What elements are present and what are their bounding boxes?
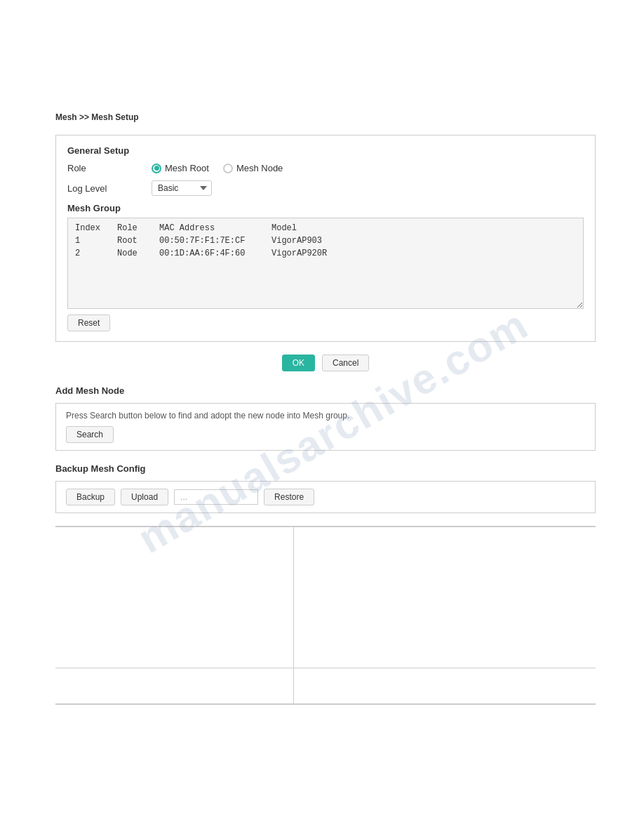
action-row: OK Cancel <box>55 355 596 371</box>
mesh-table-header-row: Index Role MAC Address Model <box>74 223 577 234</box>
log-level-label: Log Level <box>67 183 152 194</box>
radio-label-mesh-node: Mesh Node <box>236 163 283 173</box>
radio-mesh-node[interactable]: Mesh Node <box>223 163 283 173</box>
backup-mesh-config-title: Backup Mesh Config <box>55 463 596 474</box>
bottom-small-left <box>55 668 294 703</box>
bottom-table-section <box>55 526 596 705</box>
add-mesh-node-title: Add Mesh Node <box>55 385 596 396</box>
cancel-button[interactable]: Cancel <box>322 355 369 371</box>
col-index: Index <box>74 223 116 234</box>
log-level-select[interactable]: Basic Advanced <box>152 180 212 196</box>
ok-button[interactable]: OK <box>282 355 315 371</box>
add-mesh-node-card: Press Search button below to find and ad… <box>55 403 596 451</box>
role-label: Role <box>67 163 152 173</box>
backup-mesh-config-card: Backup Upload ... Restore <box>55 481 596 513</box>
bottom-small-right <box>294 668 596 703</box>
reset-area: Reset <box>67 315 584 331</box>
general-setup-title: General Setup <box>67 145 584 156</box>
table-row: 1 Root 00:50:7F:F1:7E:CF VigorAP903 <box>74 235 577 246</box>
general-setup-card: General Setup Role Mesh Root Mesh Node <box>55 135 596 342</box>
mesh-group-table: Index Role MAC Address Model 1 Root 00:5… <box>67 218 584 309</box>
upload-button[interactable]: Upload <box>121 489 168 505</box>
role-row: Role Mesh Root Mesh Node <box>67 163 584 173</box>
col-mac: MAC Address <box>158 223 270 234</box>
restore-button[interactable]: Restore <box>264 489 314 505</box>
row2-role: Node <box>116 248 158 259</box>
row2-index: 2 <box>74 248 116 259</box>
table-row: 2 Node 00:1D:AA:6F:4F:60 VigorAP920R <box>74 248 577 259</box>
bottom-right-col <box>294 527 596 668</box>
log-level-row: Log Level Basic Advanced <box>67 180 584 196</box>
row2-model: VigorAP920R <box>270 248 354 259</box>
row1-role: Root <box>116 235 158 246</box>
row1-model: VigorAP903 <box>270 235 354 246</box>
file-input-display[interactable]: ... <box>174 489 258 505</box>
add-mesh-description: Press Search button below to find and ad… <box>66 411 585 421</box>
radio-circle-mesh-node <box>223 164 233 173</box>
search-button[interactable]: Search <box>66 426 114 443</box>
bottom-table-grid <box>55 527 596 668</box>
row1-index: 1 <box>74 235 116 246</box>
mesh-group-title: Mesh Group <box>67 203 584 213</box>
col-model: Model <box>270 223 354 234</box>
row1-mac: 00:50:7F:F1:7E:CF <box>158 235 270 246</box>
breadcrumb: Mesh >> Mesh Setup <box>55 112 596 122</box>
bottom-left-col <box>55 527 294 668</box>
radio-circle-mesh-root <box>152 164 161 173</box>
role-radio-group[interactable]: Mesh Root Mesh Node <box>152 163 283 173</box>
reset-button[interactable]: Reset <box>67 315 110 331</box>
row2-mac: 00:1D:AA:6F:4F:60 <box>158 248 270 259</box>
radio-mesh-root[interactable]: Mesh Root <box>152 163 209 173</box>
radio-label-mesh-root: Mesh Root <box>165 163 209 173</box>
backup-row: Backup Upload ... Restore <box>66 489 585 505</box>
bottom-row-separator <box>55 668 596 703</box>
backup-button[interactable]: Backup <box>66 489 115 505</box>
col-role: Role <box>116 223 158 234</box>
